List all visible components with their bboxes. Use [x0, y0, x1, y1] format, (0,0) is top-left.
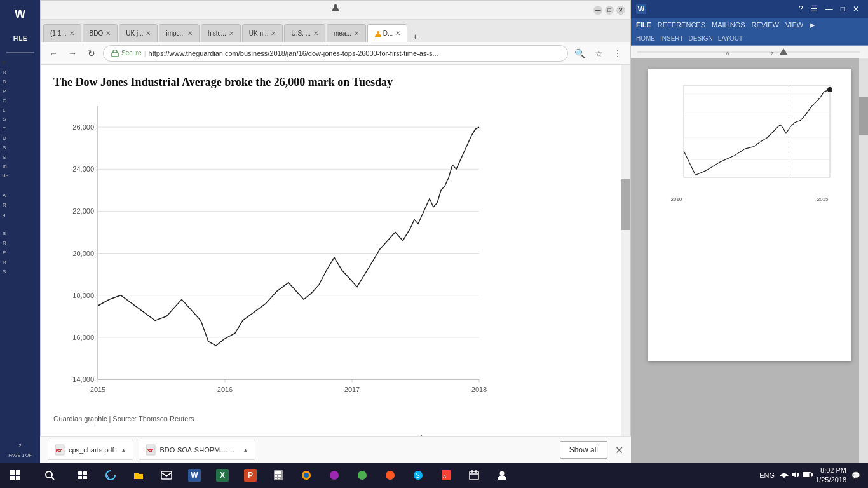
- taskbar-search-button[interactable]: [31, 463, 69, 488]
- taskbar-icon-2[interactable]: [348, 463, 376, 488]
- tab-close-icon[interactable]: ✕: [105, 30, 111, 37]
- browser-tab[interactable]: impc... ✕: [159, 24, 199, 42]
- edge-taskbar-icon[interactable]: [97, 463, 125, 488]
- tab-close-icon[interactable]: ✕: [271, 30, 276, 37]
- volume-icon[interactable]: [791, 471, 800, 480]
- word-minimize-button[interactable]: —: [822, 3, 837, 15]
- battery-icon[interactable]: [803, 471, 813, 479]
- doc-line: q: [3, 211, 37, 219]
- tab-close-icon[interactable]: ✕: [69, 30, 74, 37]
- browser-tab[interactable]: U.S. ... ✕: [284, 24, 325, 42]
- notification-button[interactable]: 💬: [849, 471, 863, 480]
- word-doc-area: 2010 2015: [631, 58, 868, 463]
- download-chevron-2[interactable]: ▲: [242, 447, 248, 454]
- tab-close-icon[interactable]: ✕: [187, 30, 193, 37]
- calculator-taskbar-icon[interactable]: [264, 463, 292, 488]
- word-references-menu[interactable]: REFERENCES: [658, 21, 705, 29]
- word-review-menu[interactable]: REVIEW: [752, 21, 779, 29]
- active-browser-tab[interactable]: D... ✕: [367, 24, 408, 42]
- svg-rect-26: [280, 475, 281, 477]
- word-scrollbar-thumb[interactable]: [859, 97, 868, 135]
- word-scrollbar-track[interactable]: [859, 58, 868, 463]
- explorer-taskbar-icon[interactable]: [125, 463, 153, 488]
- word-design-tab[interactable]: DESIGN: [689, 35, 713, 42]
- browser-tab[interactable]: mea... ✕: [327, 24, 366, 42]
- tab-close-icon[interactable]: ✕: [354, 30, 359, 37]
- calendar-taskbar-icon[interactable]: [460, 463, 488, 488]
- word-layout-tab[interactable]: LAYOUT: [718, 35, 743, 42]
- doc-line: In: [3, 163, 37, 171]
- svg-rect-28: [278, 478, 280, 479]
- doc-line: C: [3, 97, 37, 105]
- word-mailings-menu[interactable]: MAILINGS: [712, 21, 745, 29]
- svg-text:A: A: [443, 473, 447, 479]
- word-help-button[interactable]: ?: [795, 3, 807, 15]
- firefox-taskbar-icon[interactable]: [292, 463, 320, 488]
- download-filename-2: BDO-SOA-SHOPM....pdf: [159, 446, 236, 454]
- tab-close-icon[interactable]: ✕: [313, 30, 318, 37]
- refresh-button[interactable]: ↻: [84, 46, 99, 61]
- search-icon[interactable]: 🔍: [572, 46, 587, 61]
- pdf-icon-1: PDF: [55, 444, 65, 456]
- browser-tabs: (1,1... ✕ BDO ✕ UK j... ✕ impc... ✕ hist…: [41, 20, 630, 42]
- start-button[interactable]: [0, 463, 31, 488]
- back-button[interactable]: ←: [46, 46, 61, 61]
- download-item-2[interactable]: PDF BDO-SOA-SHOPM....pdf ▲: [139, 440, 255, 460]
- word-page[interactable]: 2010 2015: [648, 69, 851, 361]
- taskbar-tray: ENG 8:02 PM 1/25/2018 💬: [757, 466, 868, 485]
- word-file-menu[interactable]: FILE: [636, 21, 651, 29]
- people-taskbar-icon[interactable]: [488, 463, 516, 488]
- download-chevron-1[interactable]: ▲: [121, 447, 127, 454]
- word-insert-tab[interactable]: INSERT: [660, 35, 684, 42]
- bookmark-icon[interactable]: ☆: [591, 46, 606, 61]
- show-all-button[interactable]: Show all: [560, 441, 607, 459]
- tab-close-icon[interactable]: ✕: [395, 30, 400, 37]
- task-view-button[interactable]: [69, 463, 97, 488]
- word-close-button[interactable]: ✕: [849, 3, 863, 15]
- word-home-tab[interactable]: HOME: [636, 35, 655, 42]
- taskbar-icon-3[interactable]: [376, 463, 404, 488]
- article-body: The Dow Jones Industrial Average broke t…: [41, 65, 543, 462]
- browser-navbar: ← → ↻ Secure | https://www.theguardian.c…: [41, 42, 630, 65]
- language-indicator[interactable]: ENG: [757, 471, 777, 479]
- acrobat-taskbar-icon[interactable]: A: [432, 463, 460, 488]
- taskbar-icon-1[interactable]: [320, 463, 348, 488]
- powerpoint-taskbar-icon[interactable]: P: [236, 463, 264, 488]
- scrollbar-thumb[interactable]: [621, 179, 630, 230]
- taskbar: W X P: [0, 463, 868, 488]
- svg-rect-13: [10, 476, 15, 480]
- forward-button[interactable]: →: [65, 46, 80, 61]
- address-bar[interactable]: Secure | https://www.theguardian.com/bus…: [103, 45, 568, 62]
- word-ribbon-toggle[interactable]: ☰: [807, 3, 822, 15]
- close-button[interactable]: ✕: [616, 6, 625, 15]
- new-tab-button[interactable]: +: [409, 32, 421, 42]
- word-maximize-button[interactable]: □: [837, 3, 849, 15]
- scrollbar-track[interactable]: [621, 65, 630, 462]
- tab-close-icon[interactable]: ✕: [146, 30, 151, 37]
- doc-line: S: [3, 268, 37, 276]
- browser-tab[interactable]: histc... ✕: [201, 24, 241, 42]
- excel-taskbar-icon[interactable]: X: [208, 463, 236, 488]
- word-logo-icon[interactable]: W: [6, 3, 34, 25]
- article-title: The Dow Jones Industrial Average broke t…: [53, 75, 530, 90]
- doc-line: R: [3, 259, 37, 267]
- browser-tab[interactable]: UK n... ✕: [242, 24, 283, 42]
- svg-text:PDF: PDF: [56, 449, 62, 452]
- more-options-icon[interactable]: ⋮: [610, 46, 625, 61]
- download-bar-close[interactable]: ✕: [615, 444, 623, 456]
- word-view-menu[interactable]: VIEW: [785, 21, 803, 29]
- browser-content[interactable]: The Dow Jones Industrial Average broke t…: [41, 65, 630, 462]
- download-item-1[interactable]: PDF cps_charts.pdf ▲: [48, 440, 133, 460]
- word-view-more[interactable]: ▶: [810, 21, 815, 29]
- network-icon[interactable]: [780, 471, 789, 480]
- skype-taskbar-icon[interactable]: S: [404, 463, 432, 488]
- browser-tab[interactable]: UK j... ✕: [119, 24, 158, 42]
- browser-tab[interactable]: (1,1... ✕: [43, 24, 81, 42]
- tab-close-icon[interactable]: ✕: [229, 30, 234, 37]
- maximize-button[interactable]: □: [605, 6, 614, 15]
- minimize-button[interactable]: —: [593, 6, 602, 15]
- mail-taskbar-icon[interactable]: [153, 463, 180, 488]
- browser-tab[interactable]: BDO ✕: [83, 24, 118, 42]
- word-taskbar-icon[interactable]: W: [180, 463, 208, 488]
- sidebar-file[interactable]: FILE: [6, 27, 34, 50]
